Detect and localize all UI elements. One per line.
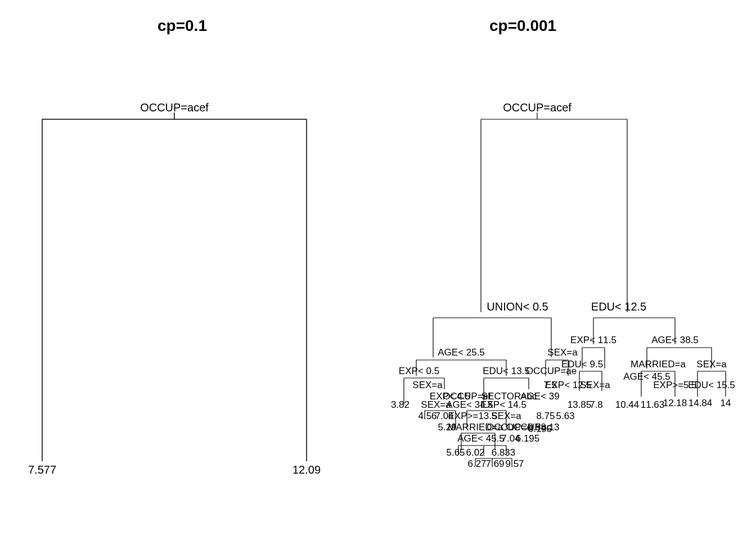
leaf-14p84: 14.84 bbox=[688, 398, 713, 408]
leaf-12p18: 12.18 bbox=[663, 398, 687, 408]
leaf-6p833: 6.833 bbox=[492, 447, 516, 458]
split-occupae: OCCUP=ae bbox=[526, 366, 577, 376]
split-age255: AGE< 25.5 bbox=[438, 347, 485, 358]
leaf-11p63: 11.63 bbox=[641, 399, 665, 410]
leaf-10p44: 10.44 bbox=[615, 399, 640, 410]
split-age385: AGE< 38.5 bbox=[651, 335, 699, 345]
split-exp05: EXP< 0.5 bbox=[399, 366, 439, 376]
split-union: UNION< 0.5 bbox=[487, 300, 548, 313]
root-split-right: OCCUP=acef bbox=[503, 101, 572, 114]
leaf-5p65: 5.65 bbox=[446, 447, 465, 458]
split-exp135: EXP>=13.5 bbox=[448, 411, 497, 421]
split-sexa-5: SEX=a bbox=[491, 411, 521, 421]
leaf-6p195b: 6.195 bbox=[516, 433, 540, 444]
split-sexa-1: SEX=a bbox=[547, 347, 578, 358]
leaf-14: 14 bbox=[721, 398, 731, 408]
split-edu155: EDU< 15.5 bbox=[688, 380, 735, 390]
split-married-a: MARRIED=a bbox=[631, 359, 686, 370]
leaf-6p02: 6.02 bbox=[466, 447, 484, 458]
tree-chart-right: OCCUP=acef UNION< 0.5 EDU< 12.5 EXP< 11.… bbox=[0, 0, 756, 540]
leaf-8p75: 8.75 bbox=[536, 411, 555, 421]
leaf-7p8: 7.8 bbox=[590, 399, 603, 410]
leaf-5p63: 5.63 bbox=[556, 411, 574, 421]
split-edu135: EDU< 13.5 bbox=[483, 366, 530, 376]
split-exp145: EXP< 14.5 bbox=[480, 399, 526, 410]
split-age455: AGE< 45.5 bbox=[457, 433, 505, 444]
leaf-3p82: 3.82 bbox=[391, 399, 410, 410]
leaf-7p69: 7.69 bbox=[485, 458, 504, 469]
split-edu125: EDU< 12.5 bbox=[591, 300, 646, 313]
leaf-4p56: 4.56 bbox=[418, 411, 436, 421]
split-occupc-2: OCCUP=c bbox=[506, 422, 551, 433]
leaf-13p85: 13.85 bbox=[568, 399, 592, 410]
split-sexa-3: SEX=a bbox=[580, 380, 610, 390]
split-sexa-rb: SEX=a bbox=[696, 359, 727, 370]
split-exp115: EXP< 11.5 bbox=[570, 335, 616, 345]
leaf-9p57: 9.57 bbox=[505, 458, 524, 469]
leaf-6p27: 6.27 bbox=[467, 458, 486, 469]
split-sexa-2: SEX=a bbox=[412, 380, 443, 390]
